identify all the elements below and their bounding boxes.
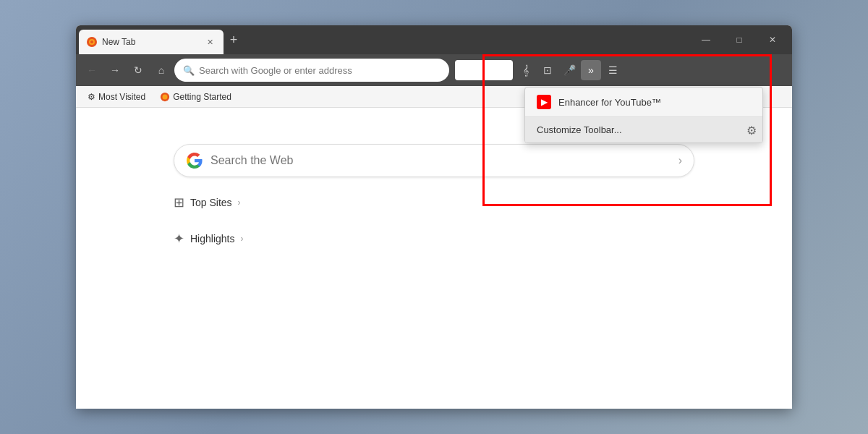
highlights-chevron-icon: › — [240, 234, 243, 244]
enhancer-youtube-item[interactable]: ▶ Enhancer for YouTube™ — [525, 88, 762, 116]
google-search-input[interactable] — [210, 154, 671, 167]
reload-button[interactable]: ↻ — [128, 60, 148, 80]
firefox-bookmark-icon — [160, 92, 170, 102]
svg-point-2 — [90, 41, 93, 43]
back-button[interactable]: ← — [82, 60, 102, 80]
window-controls: — □ ✕ — [689, 25, 792, 54]
svg-point-4 — [163, 94, 168, 99]
close-button[interactable]: ✕ — [756, 25, 789, 54]
bookmark-most-visited[interactable]: ⚙ Most Visited — [82, 90, 151, 103]
menu-icon-btn[interactable]: ☰ — [603, 60, 623, 80]
home-button[interactable]: ⌂ — [151, 60, 171, 80]
maximize-button[interactable]: □ — [723, 25, 756, 54]
sidebar-icon-btn[interactable]: ⊡ — [537, 60, 558, 80]
search-arrow-icon: › — [678, 154, 682, 167]
address-bar[interactable]: 🔍 — [174, 59, 449, 82]
most-visited-icon: ⚙ — [88, 92, 95, 102]
top-sites-icon: ⊞ — [174, 195, 184, 210]
google-search-bar[interactable]: › — [174, 144, 694, 177]
dropdown-menu: ▶ Enhancer for YouTube™ Customize Toolba… — [524, 87, 763, 143]
browser-window: New Tab ✕ + — □ ✕ ← → ↻ ⌂ 🔍 𝄞 ⊡ 🎤 » ☰ — [76, 25, 792, 409]
most-visited-label: Most Visited — [98, 92, 145, 102]
highlights-icon: ✦ — [174, 231, 184, 247]
extensions-dropdown: ▶ Enhancer for YouTube™ Customize Toolba… — [524, 87, 763, 143]
tab-close-btn[interactable]: ✕ — [203, 35, 216, 48]
top-sites-section[interactable]: ⊞ Top Sites › — [174, 192, 694, 213]
toolbar-input-area — [455, 60, 513, 80]
library-icon-btn[interactable]: 𝄞 — [516, 60, 536, 80]
address-input[interactable] — [199, 65, 441, 76]
minimize-button[interactable]: — — [689, 25, 723, 54]
microphone-icon-btn[interactable]: 🎤 — [559, 60, 579, 80]
customize-toolbar-item[interactable]: Customize Toolbar... ⚙ — [525, 117, 762, 142]
new-tab-button[interactable]: + — [224, 30, 244, 50]
title-bar: New Tab ✕ + — □ ✕ — [76, 25, 792, 54]
enhancer-youtube-icon: ▶ — [537, 95, 551, 109]
tab-favicon — [86, 36, 98, 48]
highlights-section[interactable]: ✦ Highlights › — [174, 228, 694, 250]
toolbar-right: 𝄞 ⊡ 🎤 » ☰ — [516, 60, 623, 80]
gear-icon: ⚙ — [746, 123, 757, 137]
forward-button[interactable]: → — [105, 60, 125, 80]
tab-title: New Tab — [102, 37, 199, 47]
search-icon: 🔍 — [183, 65, 195, 76]
tabs-area: New Tab ✕ + — [76, 25, 689, 54]
page-content: › ⊞ Top Sites › ✦ Highlights › — [76, 108, 792, 409]
getting-started-label: Getting Started — [173, 92, 231, 102]
top-sites-chevron-icon: › — [238, 197, 241, 208]
bookmark-getting-started[interactable]: Getting Started — [154, 90, 237, 103]
google-logo — [186, 152, 203, 169]
enhancer-youtube-label: Enhancer for YouTube™ — [558, 97, 661, 108]
active-tab[interactable]: New Tab ✕ — [79, 30, 224, 54]
top-sites-label: Top Sites — [190, 197, 232, 208]
highlights-label: Highlights — [190, 233, 234, 244]
extensions-icon-btn[interactable]: » — [581, 60, 601, 80]
navigation-bar: ← → ↻ ⌂ 🔍 𝄞 ⊡ 🎤 » ☰ — [76, 54, 792, 86]
customize-toolbar-label: Customize Toolbar... — [537, 124, 622, 135]
